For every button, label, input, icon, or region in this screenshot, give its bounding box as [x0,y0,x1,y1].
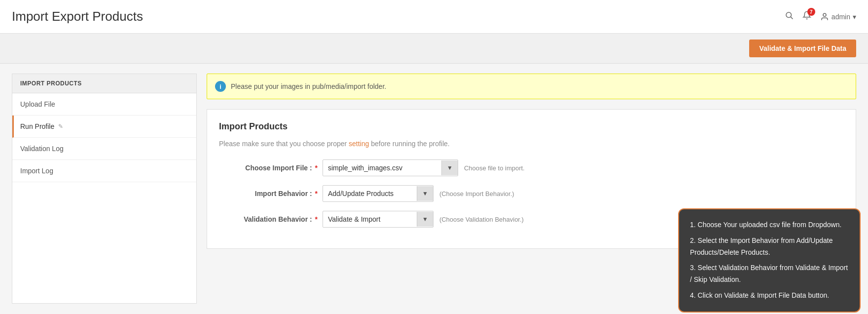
info-box: i Please put your images in pub/media/im… [207,74,856,99]
page-title: Import Export Products [12,9,143,24]
tooltip-line3: 3. Select Validation Behavior from Valid… [690,262,849,286]
toolbar-bar: Validate & Import File Data [0,34,868,64]
description-highlight: setting [349,140,369,148]
content-area: i Please put your images in pub/media/im… [207,74,856,304]
notification-bell-button[interactable]: 7 [802,11,811,22]
sidebar-item-label: Upload File [20,100,55,108]
import-behavior-hint: (Choose Import Behavior.) [439,190,514,197]
sidebar: IMPORT PRODUCTS Upload File Run Profile … [12,74,197,304]
sidebar-item-validation-log[interactable]: Validation Log [12,138,196,160]
required-star: * [315,164,318,172]
tooltip-line2: 2. Select the Import Behavior from Add/U… [690,235,849,259]
header-icons: 7 admin ▾ [785,11,856,22]
validation-behavior-select[interactable]: Validate & Import Skip Validation [323,211,417,227]
svg-line-1 [791,17,793,19]
validation-behavior-arrow-button[interactable]: ▼ [417,212,433,227]
search-icon[interactable] [785,11,794,22]
sidebar-item-run-profile[interactable]: Run Profile ✎ [12,116,196,138]
choose-import-file-controls: simple_with_images.csv ▼ Choose file to … [323,159,525,176]
import-section: Import Products Please make sure that yo… [207,109,856,249]
choose-import-file-arrow-button[interactable]: ▼ [441,160,458,175]
import-section-title: Import Products [219,121,844,132]
import-behavior-select-wrapper: Add/Update Products Delete Products ▼ [323,185,434,202]
tooltip-box: 1. Choose Your uploaded csv file from Dr… [678,208,861,313]
choose-import-file-label: Choose Import File : * [219,164,318,172]
import-behavior-row: Import Behavior : * Add/Update Products … [219,185,844,202]
header: Import Export Products 7 admin ▾ [0,0,868,34]
svg-point-0 [786,12,792,18]
validate-import-button[interactable]: Validate & Import File Data [749,39,856,57]
user-menu[interactable]: admin ▾ [820,12,856,21]
required-star: * [315,215,318,223]
main-container: IMPORT PRODUCTS Upload File Run Profile … [0,64,868,314]
import-behavior-arrow-button[interactable]: ▼ [417,186,433,201]
tooltip-line4: 4. Click on Validate & Import File Data … [690,290,849,302]
sidebar-item-label: Run Profile [20,122,54,130]
choose-import-file-select[interactable]: simple_with_images.csv [323,160,441,176]
user-name: admin [832,13,850,21]
validation-behavior-label: Validation Behavior : * [219,215,318,223]
import-behavior-controls: Add/Update Products Delete Products ▼ (C… [323,185,514,202]
notification-badge: 7 [807,8,815,16]
choose-import-file-select-wrapper: simple_with_images.csv ▼ [323,159,458,176]
info-message: Please put your images in pub/media/impo… [231,82,386,90]
validation-behavior-select-wrapper: Validate & Import Skip Validation ▼ [323,211,434,228]
svg-point-2 [823,13,826,16]
validation-behavior-controls: Validate & Import Skip Validation ▼ (Cho… [323,211,524,228]
import-description: Please make sure that you choose proper … [219,140,844,148]
sidebar-item-label: Import Log [20,167,53,175]
sidebar-item-upload-file[interactable]: Upload File [12,93,196,116]
validation-behavior-hint: (Choose Validation Behavior.) [439,216,524,223]
sidebar-section-title: IMPORT PRODUCTS [12,74,196,93]
sidebar-item-label: Validation Log [20,145,64,153]
info-icon: i [215,81,226,92]
import-behavior-label: Import Behavior : * [219,190,318,197]
sidebar-item-import-log[interactable]: Import Log [12,160,196,182]
choose-import-file-row: Choose Import File : * simple_with_image… [219,159,844,176]
import-behavior-select[interactable]: Add/Update Products Delete Products [323,186,417,201]
tooltip-line1: 1. Choose Your uploaded csv file from Dr… [690,219,849,231]
user-chevron-icon: ▾ [853,13,856,21]
choose-import-file-hint: Choose file to import. [464,164,525,172]
edit-icon[interactable]: ✎ [58,123,63,130]
required-star: * [315,190,318,197]
